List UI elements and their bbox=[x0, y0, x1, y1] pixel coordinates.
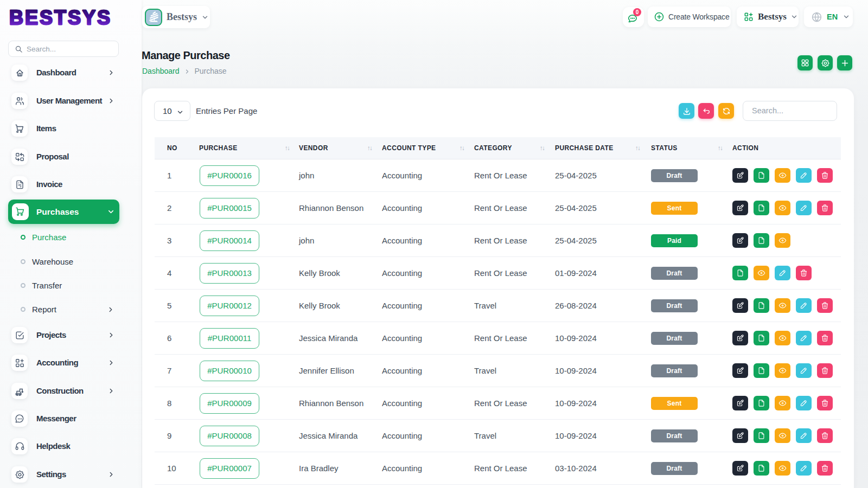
svg-text:BESTSYS: BESTSYS bbox=[9, 7, 112, 29]
